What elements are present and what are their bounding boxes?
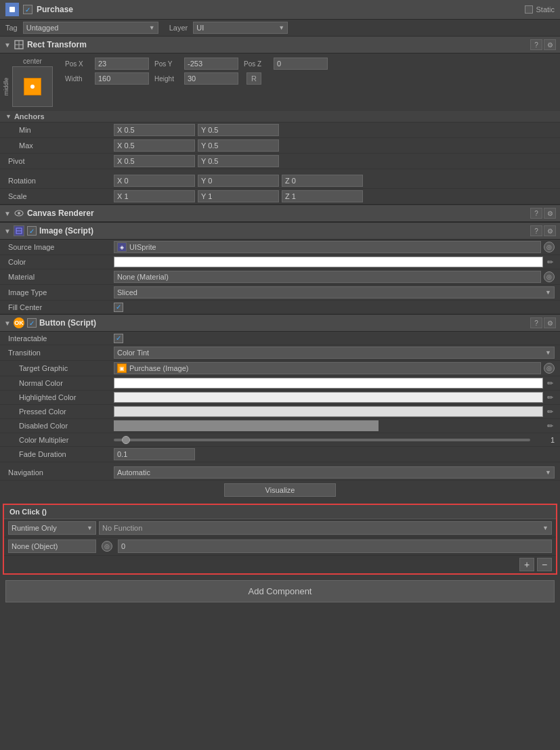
disabled-color-value: ✏ [114,420,555,431]
pos-y-input[interactable]: -253 [184,58,238,70]
anchor-min-x-field[interactable]: X 0.5 [114,124,195,136]
anchor-box[interactable] [12,66,53,107]
onclick-object-field[interactable]: None (Object) [8,539,96,553]
canvas-renderer-help-btn[interactable]: ? [530,208,542,219]
button-script-btns: ? ⚙ [530,317,556,328]
normal-color-pencil[interactable]: ✏ [546,379,555,388]
onclick-object-picker[interactable]: ◎ [102,541,112,552]
highlighted-color-pencil[interactable]: ✏ [546,393,555,402]
rotation-y-field[interactable]: Y 0 [198,175,279,187]
button-script-active[interactable]: ✓ [27,318,37,328]
color-multiplier-label: Color Multiplier [5,436,114,444]
image-type-row: Image Type Sliced ▼ [0,285,560,301]
width-input[interactable]: 160 [95,72,149,85]
onclick-add-btn[interactable]: + [519,558,534,571]
rotation-x-field[interactable]: X 0 [114,175,195,187]
onclick-remove-btn[interactable]: − [537,558,552,571]
r-button[interactable]: R [246,72,261,85]
height-input[interactable]: 30 [184,72,238,85]
gameobject-active-checkbox[interactable]: ✓ [23,5,33,14]
pivot-x-field[interactable]: X 0.5 [114,155,195,167]
function-dropdown[interactable]: No Function ▼ [99,521,552,535]
anchors-header: ▼ Anchors [0,111,560,123]
image-color-pencil[interactable]: ✏ [546,258,555,267]
button-script-header: ▼ OK ✓ Button (Script) ? ⚙ [0,314,560,332]
anchor-min-label: Min [5,126,114,134]
center-label: center [23,58,42,65]
width-label: Width [65,75,92,83]
disabled-color-swatch[interactable] [114,420,379,431]
canvas-renderer-settings-btn[interactable]: ⚙ [544,208,556,219]
runtime-dropdown[interactable]: Runtime Only ▼ [8,521,96,535]
anchor-min-row: Min X 0.5 Y 0.5 [0,123,560,138]
slider-thumb[interactable] [122,436,130,444]
image-script-active[interactable]: ✓ [27,226,37,236]
canvas-renderer-collapse[interactable]: ▼ [4,210,11,217]
source-image-row: Source Image ◈ UISprite ◎ [0,240,560,255]
rect-transform-collapse[interactable]: ▼ [4,41,11,49]
tag-dropdown[interactable]: Untagged ▼ [23,22,158,34]
interactable-checkbox[interactable]: ✓ [114,334,123,343]
button-script-settings-btn[interactable]: ⚙ [544,317,556,328]
button-script-collapse[interactable]: ▼ [4,319,11,327]
pressed-color-label: Pressed Color [5,407,114,416]
transition-row: Transition Color Tint ▼ [0,345,560,361]
transition-dropdown[interactable]: Color Tint ▼ [114,347,555,359]
tag-label: Tag [5,24,18,32]
image-script-collapse[interactable]: ▼ [4,227,11,235]
pivot-label: Pivot [5,157,114,165]
transition-label: Transition [5,349,114,357]
image-type-dropdown[interactable]: Sliced ▼ [114,286,555,299]
fill-center-checkbox[interactable]: ✓ [114,303,123,312]
target-graphic-field[interactable]: ▣ Purchase (Image) [114,362,541,374]
pos-row: Pos X 23 Pos Y -253 Pos Z 0 [65,58,555,70]
highlighted-color-swatch[interactable] [114,392,543,403]
navigation-arrow: ▼ [545,469,551,476]
pivot-y-field[interactable]: Y 0.5 [198,155,279,167]
source-image-picker[interactable]: ◎ [544,242,555,252]
image-script-title: Image (Script) [39,226,527,236]
anchor-max-x-field[interactable]: X 0.5 [114,139,195,152]
svg-point-6 [18,212,20,215]
disabled-color-pencil[interactable]: ✏ [546,422,555,431]
fade-duration-field[interactable]: 0.1 [114,448,195,460]
pressed-color-swatch[interactable] [114,406,543,417]
pos-x-input[interactable]: 23 [95,58,149,70]
material-field[interactable]: None (Material) [114,271,541,283]
material-picker[interactable]: ◎ [544,271,555,282]
add-component-button[interactable]: Add Component [5,580,555,602]
rotation-row: Rotation X 0 Y 0 Z 0 [0,173,560,189]
pos-z-group: Pos Z 0 [244,58,328,70]
target-graphic-label: Target Graphic [5,364,114,372]
button-script-help-btn[interactable]: ? [530,317,542,328]
image-color-swatch[interactable] [114,257,543,267]
pos-x-group: Pos X 23 [65,58,149,70]
anchor-max-y-field[interactable]: Y 0.5 [198,139,279,152]
static-checkbox[interactable] [525,5,533,14]
image-script-settings-btn[interactable]: ⚙ [544,225,556,236]
scale-y-field[interactable]: Y 1 [198,190,279,202]
visualize-button[interactable]: Visualize [224,483,337,497]
normal-color-swatch[interactable] [114,378,543,389]
source-image-field[interactable]: ◈ UISprite [114,241,541,253]
slider-track[interactable] [114,439,530,441]
scale-z-field[interactable]: Z 1 [282,190,363,202]
pressed-color-pencil[interactable]: ✏ [546,407,555,416]
pos-z-input[interactable]: 0 [274,58,328,70]
scale-x-field[interactable]: X 1 [114,190,195,202]
rotation-z-field[interactable]: Z 0 [282,175,363,187]
image-script-help-btn[interactable]: ? [530,225,542,236]
target-graphic-picker[interactable]: ◎ [544,363,555,374]
navigation-dropdown[interactable]: Automatic ▼ [114,466,555,479]
rect-transform-help-btn[interactable]: ? [530,39,542,50]
layer-dropdown[interactable]: UI ▼ [193,22,288,34]
rect-transform-settings-btn[interactable]: ⚙ [544,39,556,50]
image-color-row: Color ✏ [0,255,560,269]
pivot-row: Pivot X 0.5 Y 0.5 [0,154,560,169]
navigation-row: Navigation Automatic ▼ [0,465,560,481]
image-type-value: Sliced ▼ [114,286,555,299]
canvas-renderer-title: Canvas Renderer [27,208,527,218]
anchors-collapse[interactable]: ▼ [5,113,12,120]
onclick-num-field[interactable]: 0 [118,539,552,553]
anchor-min-y-field[interactable]: Y 0.5 [198,124,279,136]
